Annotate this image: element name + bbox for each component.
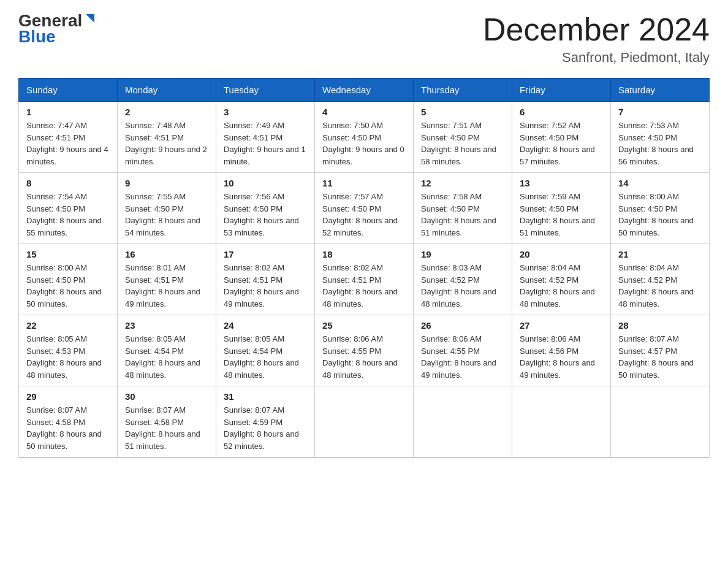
day-number: 20	[520, 249, 603, 259]
day-number: 10	[224, 178, 307, 188]
day-number: 2	[125, 107, 208, 117]
day-number: 30	[125, 391, 208, 402]
day-number: 25	[322, 320, 406, 331]
day-number: 31	[224, 391, 307, 402]
empty-day-cell	[611, 386, 710, 458]
logo-arrow-icon	[83, 12, 97, 29]
day-info: Sunrise: 8:07 AMSunset: 4:58 PMDaylight:…	[125, 405, 200, 451]
day-info: Sunrise: 8:07 AMSunset: 4:57 PMDaylight:…	[618, 334, 694, 380]
calendar-day-4: 4 Sunrise: 7:50 AMSunset: 4:50 PMDayligh…	[315, 102, 414, 173]
day-number: 13	[520, 178, 603, 188]
calendar-day-2: 2 Sunrise: 7:48 AMSunset: 4:51 PMDayligh…	[118, 102, 216, 173]
calendar-day-30: 30 Sunrise: 8:07 AMSunset: 4:58 PMDaylig…	[118, 386, 216, 458]
day-number: 16	[125, 249, 208, 259]
calendar-day-14: 14 Sunrise: 8:00 AMSunset: 4:50 PMDaylig…	[611, 173, 710, 244]
calendar-day-20: 20 Sunrise: 8:04 AMSunset: 4:52 PMDaylig…	[512, 244, 611, 315]
day-number: 11	[322, 178, 406, 188]
day-number: 29	[26, 391, 110, 402]
calendar-day-28: 28 Sunrise: 8:07 AMSunset: 4:57 PMDaylig…	[611, 315, 710, 386]
calendar-day-3: 3 Sunrise: 7:49 AMSunset: 4:51 PMDayligh…	[216, 102, 315, 173]
calendar-day-29: 29 Sunrise: 8:07 AMSunset: 4:58 PMDaylig…	[19, 386, 118, 458]
day-info: Sunrise: 8:05 AMSunset: 4:53 PMDaylight:…	[26, 334, 102, 380]
calendar-day-1: 1 Sunrise: 7:47 AMSunset: 4:51 PMDayligh…	[19, 102, 118, 173]
day-info: Sunrise: 8:02 AMSunset: 4:51 PMDaylight:…	[224, 263, 299, 308]
day-number: 21	[618, 249, 702, 259]
calendar-day-18: 18 Sunrise: 8:02 AMSunset: 4:51 PMDaylig…	[315, 244, 414, 315]
day-info: Sunrise: 8:07 AMSunset: 4:58 PMDaylight:…	[26, 405, 102, 451]
day-number: 6	[520, 107, 603, 117]
day-number: 8	[26, 178, 110, 188]
day-info: Sunrise: 7:59 AMSunset: 4:50 PMDaylight:…	[520, 192, 595, 237]
calendar-week-row-4: 22 Sunrise: 8:05 AMSunset: 4:53 PMDaylig…	[19, 315, 710, 386]
calendar-day-17: 17 Sunrise: 8:02 AMSunset: 4:51 PMDaylig…	[216, 244, 315, 315]
day-info: Sunrise: 8:05 AMSunset: 4:54 PMDaylight:…	[125, 334, 200, 380]
day-info: Sunrise: 7:56 AMSunset: 4:50 PMDaylight:…	[224, 192, 299, 237]
day-number: 27	[520, 320, 603, 331]
day-number: 5	[421, 107, 504, 117]
day-info: Sunrise: 8:06 AMSunset: 4:55 PMDaylight:…	[322, 334, 398, 380]
calendar-week-row-3: 15 Sunrise: 8:00 AMSunset: 4:50 PMDaylig…	[19, 244, 710, 315]
empty-day-cell	[315, 386, 414, 458]
day-info: Sunrise: 7:57 AMSunset: 4:50 PMDaylight:…	[322, 192, 398, 237]
weekday-header-tuesday: Tuesday	[216, 79, 315, 102]
weekday-header-row: SundayMondayTuesdayWednesdayThursdayFrid…	[19, 79, 710, 102]
logo-blue-text: Blue	[18, 27, 56, 46]
day-info: Sunrise: 8:04 AMSunset: 4:52 PMDaylight:…	[520, 263, 595, 308]
calendar-day-10: 10 Sunrise: 7:56 AMSunset: 4:50 PMDaylig…	[216, 173, 315, 244]
calendar-day-21: 21 Sunrise: 8:04 AMSunset: 4:52 PMDaylig…	[611, 244, 710, 315]
day-number: 23	[125, 320, 208, 331]
weekday-header-wednesday: Wednesday	[315, 79, 414, 102]
day-info: Sunrise: 7:47 AMSunset: 4:51 PMDaylight:…	[26, 121, 108, 166]
day-number: 18	[322, 249, 406, 259]
day-number: 28	[618, 320, 702, 331]
logo: General Blue	[18, 12, 97, 45]
day-number: 12	[421, 178, 504, 188]
location-title: Sanfront, Piedmont, Italy	[483, 50, 710, 66]
calendar-day-5: 5 Sunrise: 7:51 AMSunset: 4:50 PMDayligh…	[414, 102, 512, 173]
day-number: 4	[322, 107, 406, 117]
calendar-day-6: 6 Sunrise: 7:52 AMSunset: 4:50 PMDayligh…	[512, 102, 611, 173]
svg-marker-0	[86, 14, 94, 23]
weekday-header-saturday: Saturday	[611, 79, 710, 102]
day-info: Sunrise: 7:55 AMSunset: 4:50 PMDaylight:…	[125, 192, 200, 237]
weekday-header-thursday: Thursday	[414, 79, 512, 102]
day-number: 7	[618, 107, 702, 117]
day-number: 15	[26, 249, 110, 259]
day-number: 3	[224, 107, 307, 117]
day-info: Sunrise: 7:52 AMSunset: 4:50 PMDaylight:…	[520, 121, 595, 166]
calendar-day-15: 15 Sunrise: 8:00 AMSunset: 4:50 PMDaylig…	[19, 244, 118, 315]
weekday-header-sunday: Sunday	[19, 79, 118, 102]
day-info: Sunrise: 8:05 AMSunset: 4:54 PMDaylight:…	[224, 334, 299, 380]
calendar-day-19: 19 Sunrise: 8:03 AMSunset: 4:52 PMDaylig…	[414, 244, 512, 315]
day-info: Sunrise: 8:00 AMSunset: 4:50 PMDaylight:…	[26, 263, 102, 308]
calendar-day-11: 11 Sunrise: 7:57 AMSunset: 4:50 PMDaylig…	[315, 173, 414, 244]
calendar-day-22: 22 Sunrise: 8:05 AMSunset: 4:53 PMDaylig…	[19, 315, 118, 386]
day-info: Sunrise: 7:54 AMSunset: 4:50 PMDaylight:…	[26, 192, 102, 237]
calendar-day-23: 23 Sunrise: 8:05 AMSunset: 4:54 PMDaylig…	[118, 315, 216, 386]
day-number: 1	[26, 107, 110, 117]
day-info: Sunrise: 7:50 AMSunset: 4:50 PMDaylight:…	[322, 121, 404, 166]
weekday-header-monday: Monday	[118, 79, 216, 102]
day-info: Sunrise: 8:07 AMSunset: 4:59 PMDaylight:…	[224, 405, 299, 451]
day-info: Sunrise: 7:48 AMSunset: 4:51 PMDaylight:…	[125, 121, 207, 166]
day-number: 19	[421, 249, 504, 259]
calendar-day-16: 16 Sunrise: 8:01 AMSunset: 4:51 PMDaylig…	[118, 244, 216, 315]
day-number: 14	[618, 178, 702, 188]
day-info: Sunrise: 7:51 AMSunset: 4:50 PMDaylight:…	[421, 121, 496, 166]
calendar-day-9: 9 Sunrise: 7:55 AMSunset: 4:50 PMDayligh…	[118, 173, 216, 244]
day-info: Sunrise: 7:53 AMSunset: 4:50 PMDaylight:…	[618, 121, 694, 166]
day-info: Sunrise: 8:04 AMSunset: 4:52 PMDaylight:…	[618, 263, 694, 308]
day-info: Sunrise: 8:02 AMSunset: 4:51 PMDaylight:…	[322, 263, 398, 308]
calendar-day-12: 12 Sunrise: 7:58 AMSunset: 4:50 PMDaylig…	[414, 173, 512, 244]
day-info: Sunrise: 8:06 AMSunset: 4:56 PMDaylight:…	[520, 334, 595, 380]
day-info: Sunrise: 8:03 AMSunset: 4:52 PMDaylight:…	[421, 263, 496, 308]
day-info: Sunrise: 8:06 AMSunset: 4:55 PMDaylight:…	[421, 334, 496, 380]
empty-day-cell	[414, 386, 512, 458]
calendar-day-24: 24 Sunrise: 8:05 AMSunset: 4:54 PMDaylig…	[216, 315, 315, 386]
day-info: Sunrise: 7:58 AMSunset: 4:50 PMDaylight:…	[421, 192, 496, 237]
calendar-week-row-2: 8 Sunrise: 7:54 AMSunset: 4:50 PMDayligh…	[19, 173, 710, 244]
day-info: Sunrise: 8:00 AMSunset: 4:50 PMDaylight:…	[618, 192, 694, 237]
calendar-week-row-1: 1 Sunrise: 7:47 AMSunset: 4:51 PMDayligh…	[19, 102, 710, 173]
calendar-table: SundayMondayTuesdayWednesdayThursdayFrid…	[18, 78, 710, 458]
day-number: 22	[26, 320, 110, 331]
